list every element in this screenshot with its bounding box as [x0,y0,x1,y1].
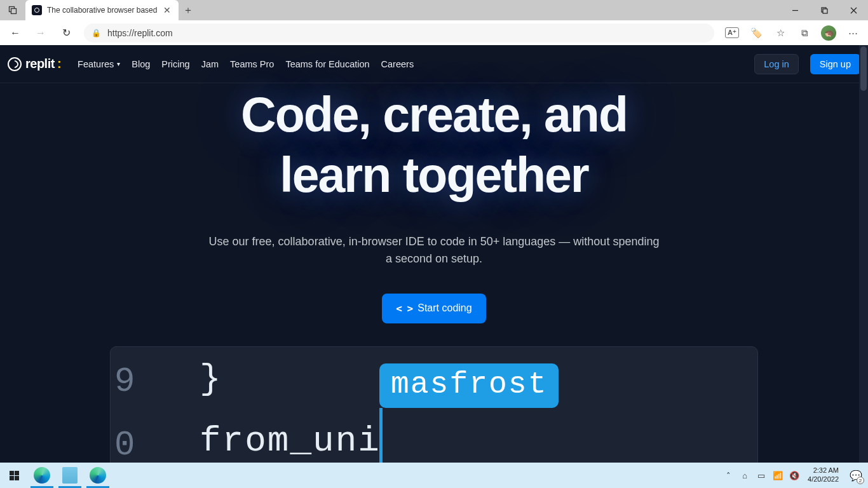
nav-careers[interactable]: Careers [381,59,414,69]
ide-preview: 9 0 } from_uni masfrost [110,346,758,463]
taskbar-app-notepad[interactable] [56,463,84,488]
line-number: 9 [114,362,135,401]
hero-title-line2: learn together [0,145,868,205]
logo[interactable]: replit: [8,57,61,71]
clock-date: 4/20/2022 [808,475,839,484]
taskbar: ˄ ⌂ ▭ 📶 🔇 2:32 AM 4/20/2022 💬 2 [0,463,868,488]
close-window-button[interactable] [839,0,868,20]
address-bar: ← → ↻ 🔒 https://replit.com A⁺ 🏷️ ☆ ⧉ 🦔 ⋯ [0,20,868,45]
edge-icon [34,467,50,484]
window-controls [780,0,868,20]
hero: Code, create, and learn together Use our… [0,83,868,463]
browser-titlebar: The collaborative browser based ✕ ＋ [0,0,868,20]
refresh-button[interactable]: ↻ [55,23,78,43]
minimize-button[interactable] [780,0,810,20]
collab-cursor-label: masfrost [379,363,559,408]
signup-button[interactable]: Sign up [810,54,860,74]
clock-time: 2:32 AM [808,466,839,475]
collab-cursor-line [379,408,383,463]
browser-tab[interactable]: The collaborative browser based ✕ [25,0,179,20]
wifi-icon: 📶 [773,471,783,480]
code-line: from_uni [200,421,381,461]
page-scrollbar[interactable] [859,45,868,463]
login-button[interactable]: Log in [754,54,799,74]
taskbar-clock[interactable]: 2:32 AM 4/20/2022 [804,466,843,484]
logo-text: replit [25,57,55,71]
favorites-button[interactable]: ☆ [769,23,792,43]
lock-icon: 🔒 [92,29,101,37]
edge-icon [90,467,106,484]
reading-icon: A⁺ [725,27,739,38]
chevron-up-icon: ˄ [726,471,731,480]
back-button[interactable]: ← [4,23,27,43]
start-coding-button[interactable]: < > Start coding [382,294,485,323]
star-icon: ☆ [776,27,785,39]
start-button[interactable] [0,463,28,488]
collections-button[interactable]: ⧉ [793,23,816,43]
hero-subtitle: Use our free, collaborative, in-browser … [205,233,663,266]
tray-wifi[interactable]: 📶 [771,463,785,488]
chevron-down-icon: ▾ [117,60,120,67]
svg-rect-4 [823,9,827,13]
shopping-button[interactable]: 🏷️ [745,23,768,43]
site-nav: replit: Features▾ Blog Pricing Jam Teams… [0,45,868,83]
svg-rect-1 [11,9,17,14]
logo-prompt: : [57,57,61,71]
taskbar-app-edge[interactable] [28,463,56,488]
more-button[interactable]: ⋯ [841,23,864,43]
notification-badge: 2 [857,477,864,484]
url-text: https://replit.com [107,28,173,38]
more-icon: ⋯ [848,27,858,39]
nav-blog[interactable]: Blog [132,59,150,69]
forward-button[interactable]: → [29,23,52,43]
tray-overflow-button[interactable]: ˄ [721,463,735,488]
line-number: 0 [114,426,135,463]
tab-actions-button[interactable] [0,0,25,20]
shopping-icon: 🏷️ [750,27,763,39]
hero-title-line1: Code, create, and [0,85,868,145]
cta-label: Start coding [417,302,471,314]
favicon-icon [32,5,42,15]
tray-battery[interactable]: ▭ [754,463,768,488]
read-aloud-button[interactable]: A⁺ [721,23,743,43]
tray-volume[interactable]: 🔇 [787,463,801,488]
meet-icon: ⌂ [742,471,747,480]
close-icon [850,7,857,14]
volume-muted-icon: 🔇 [789,471,799,480]
nav-jam[interactable]: Jam [201,59,219,69]
tab-close-button[interactable]: ✕ [162,5,172,15]
maximize-button[interactable] [810,0,839,20]
nav-pricing[interactable]: Pricing [161,59,189,69]
notepad-icon [62,467,78,484]
windows-icon [10,471,19,480]
nav-teams-edu[interactable]: Teams for Education [285,59,369,69]
avatar-icon: 🦔 [821,25,836,41]
tray-meet-now[interactable]: ⌂ [738,463,752,488]
profile-button[interactable]: 🦔 [817,23,840,43]
tab-actions-icon [8,6,17,15]
maximize-icon [821,7,828,14]
nav-teams-pro[interactable]: Teams Pro [230,59,274,69]
hero-title: Code, create, and learn together [0,85,868,205]
minimize-icon [792,7,799,14]
logo-icon [8,57,22,71]
code-line: } [200,358,222,399]
page-content: replit: Features▾ Blog Pricing Jam Teams… [0,45,868,463]
url-input[interactable]: 🔒 https://replit.com [84,24,714,43]
taskbar-app-edge-2[interactable] [84,463,112,488]
new-tab-button[interactable]: ＋ [179,1,198,20]
nav-features[interactable]: Features▾ [78,59,120,69]
collections-icon: ⧉ [801,27,808,39]
code-icon: < > [396,302,412,315]
action-center-button[interactable]: 💬 2 [845,463,867,488]
tab-title: The collaborative browser based [47,6,157,15]
battery-icon: ▭ [757,471,765,480]
